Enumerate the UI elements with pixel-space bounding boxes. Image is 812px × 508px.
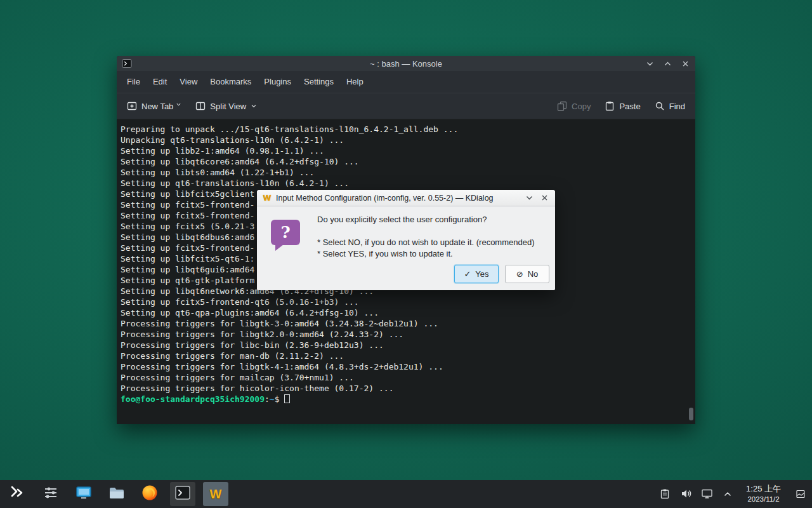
dialog-close-button[interactable] [539, 192, 550, 204]
check-icon: ✓ [464, 270, 471, 278]
minimize-button[interactable] [645, 59, 655, 69]
taskbar-clock[interactable]: 1:25 上午 2023/11/2 [746, 484, 781, 504]
copy-label: Copy [572, 102, 591, 111]
taskbar-pager-button[interactable] [38, 482, 63, 506]
split-view-label: Split View [210, 102, 246, 111]
maximize-button[interactable] [663, 59, 672, 69]
terminal-line: Processing triggers for libgtk-4-1:amd64… [121, 361, 695, 372]
split-view-icon [195, 101, 206, 111]
terminal-cursor [284, 394, 290, 403]
im-config-w-icon: W [210, 487, 222, 502]
taskbar: W 1:25 上午 2023/11/2 [0, 480, 812, 508]
question-icon: ? [271, 220, 300, 245]
yes-label: Yes [475, 269, 488, 279]
close-button[interactable] [681, 59, 690, 69]
yes-button[interactable]: ✓ Yes [454, 265, 499, 283]
menu-item[interactable]: View [173, 71, 204, 93]
no-label: No [528, 269, 539, 279]
cancel-icon: ⊘ [516, 270, 523, 278]
dialog-question: Do you explicitly select the user config… [317, 214, 549, 225]
paste-button[interactable]: Paste [605, 101, 640, 111]
prompt-symbol: $ [275, 394, 280, 404]
kdialog-titlebar[interactable]: W Input Method Configuration (im-config,… [257, 190, 555, 206]
terminal-line: Setting up qt6-translations-l10n (6.4.2-… [121, 178, 695, 189]
terminal-line: Setting up libts0:amd64 (1.22-1+b1) ... [121, 167, 695, 178]
folder-icon [108, 484, 126, 504]
konsole-menubar: FileEditViewBookmarksPluginsSettingsHelp [117, 71, 695, 93]
dialog-option-yes: * Select YES, if you wish to update it. [317, 248, 549, 260]
find-label: Find [669, 102, 685, 111]
konsole-app-icon [122, 58, 132, 69]
firefox-icon [141, 484, 159, 504]
prompt-separator: : [265, 394, 270, 404]
menu-item[interactable]: Plugins [258, 71, 298, 93]
new-tab-label: New Tab [141, 102, 173, 111]
scrollbar-thumb[interactable] [689, 408, 693, 420]
taskbar-app-monitor[interactable] [71, 482, 96, 506]
display-icon[interactable] [700, 488, 713, 500]
new-tab-button[interactable]: New Tab [127, 101, 181, 111]
window-title: ~ : bash — Konsole [117, 59, 695, 69]
clock-time: 1:25 上午 [746, 484, 781, 495]
dialog-option-no: * Select NO, if you do not wish to updat… [317, 237, 549, 248]
dialog-buttons: ✓ Yes ⊘ No [454, 265, 549, 283]
caret-up-icon[interactable] [721, 488, 734, 500]
terminal-line: Processing triggers for libgtk-3-0:amd64… [121, 318, 695, 329]
copy-icon [557, 101, 567, 111]
menu-item[interactable]: Edit [147, 71, 173, 93]
prompt-user-host: foo@foo-standardpcq35ich92009 [121, 394, 265, 404]
terminal-line: Processing triggers for libc-bin (2.36-9… [121, 340, 695, 351]
taskbar-app-konsole[interactable] [170, 482, 195, 506]
konsole-toolbar: New Tab Split View Copy Paste Find [117, 93, 695, 119]
im-config-app-icon: W [262, 193, 272, 203]
no-button[interactable]: ⊘ No [505, 265, 549, 283]
terminal-line: Processing triggers for mailcap (3.70+nm… [121, 372, 695, 383]
menu-item[interactable]: Bookmarks [204, 71, 258, 93]
terminal-line: Setting up fcitx5-frontend-qt6 (5.0.16-1… [121, 297, 695, 307]
taskbar-app-files[interactable] [104, 482, 129, 506]
window-controls [645, 59, 690, 69]
monitor-icon [75, 484, 93, 504]
split-view-button[interactable]: Split View [195, 101, 257, 111]
clipboard-icon[interactable] [658, 488, 671, 500]
terminal-scrollbar[interactable] [688, 121, 694, 423]
paste-icon [605, 101, 615, 111]
konsole-icon [174, 484, 192, 504]
menu-item[interactable]: Settings [298, 71, 340, 93]
terminal-line: Processing triggers for hicolor-icon-the… [121, 383, 695, 394]
question-glyph: ? [280, 223, 290, 242]
kde-launcher-icon [9, 484, 27, 504]
dialog-message: Do you explicitly select the user config… [317, 214, 549, 260]
terminal-line: Unpacking qt6-translations-l10n (6.4.2-1… [121, 135, 695, 145]
kdialog-title: Input Method Configuration (im-config, v… [276, 194, 520, 203]
konsole-titlebar[interactable]: ~ : bash — Konsole [117, 56, 695, 71]
taskbar-app-firefox[interactable] [137, 482, 162, 506]
volume-icon[interactable] [679, 488, 692, 500]
sliders-icon [43, 485, 59, 504]
terminal-line: Processing triggers for libgtk2.0-0:amd6… [121, 329, 695, 340]
taskbar-app-kdialog[interactable]: W [203, 482, 228, 506]
copy-button[interactable]: Copy [557, 101, 591, 111]
desktop: ~ : bash — Konsole FileEditViewBookmarks… [0, 0, 812, 508]
terminal-line: Setting up libb2-1:amd64 (0.98.1-1.1) ..… [121, 145, 695, 156]
show-desktop-button[interactable] [794, 485, 807, 503]
kdialog-body: ? Do you explicitly select the user conf… [257, 206, 555, 290]
chevron-down-icon [251, 103, 257, 109]
terminal-prompt: foo@foo-standardpcq35ich92009:~$ [121, 394, 695, 404]
paste-label: Paste [619, 102, 640, 111]
kdialog-window: W Input Method Configuration (im-config,… [257, 190, 555, 290]
terminal-line: Setting up libqt6core6:amd64 (6.4.2+dfsg… [121, 156, 695, 167]
terminal-line: Preparing to unpack .../15-qt6-translati… [121, 124, 695, 135]
taskbar-right: 1:25 上午 2023/11/2 [658, 484, 807, 504]
app-launcher-button[interactable] [5, 482, 30, 506]
menu-item[interactable]: File [121, 71, 147, 93]
chevron-down-icon [176, 102, 181, 107]
dialog-shade-button[interactable] [523, 192, 535, 204]
terminal-line: Setting up qt6-qpa-plugins:amd64 (6.4.2+… [121, 307, 695, 318]
clock-date: 2023/11/2 [746, 495, 781, 504]
taskbar-left: W [5, 482, 228, 506]
new-tab-icon [127, 101, 137, 111]
find-button[interactable]: Find [655, 101, 685, 111]
search-icon [655, 101, 665, 111]
menu-item[interactable]: Help [340, 71, 370, 93]
